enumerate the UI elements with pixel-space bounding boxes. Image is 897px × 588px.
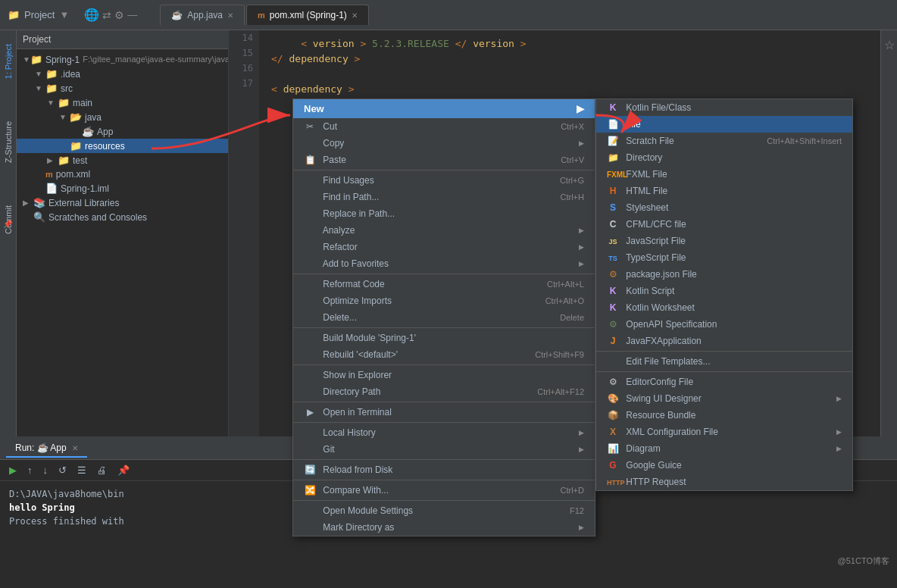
tab-run[interactable]: Run: ☕ App ✕: [6, 439, 87, 458]
menu-item-refactor[interactable]: Refactor: [293, 239, 595, 255]
tab-run-close[interactable]: ✕: [72, 444, 78, 452]
submenu-item-http-request[interactable]: HTTP HTTP Request: [596, 474, 852, 490]
tree-arrow-src: ▼: [35, 84, 45, 92]
tree-item-resources[interactable]: 📁 resources: [17, 139, 228, 153]
submenu-item-openapi[interactable]: ⚙ OpenAPI Specification: [596, 316, 852, 333]
print-btn[interactable]: 🖨: [94, 463, 110, 477]
context-menu-header: New ▶: [293, 99, 595, 118]
menu-item-find-in-path[interactable]: Find in Path... Ctrl+H: [293, 189, 595, 205]
submenu-item-swing-ui[interactable]: 🎨 Swing UI Designer: [596, 390, 852, 407]
submenu-item-scratch[interactable]: 📝 Scratch File Ctrl+Alt+Shift+Insert: [596, 133, 852, 149]
tree-item-app[interactable]: ☕ App: [17, 124, 228, 139]
project-icon: 📁: [8, 9, 20, 20]
submenu-item-html[interactable]: H HTML File: [596, 183, 852, 199]
html-icon: H: [607, 186, 619, 196]
menu-item-open-terminal[interactable]: ▶ Open in Terminal: [293, 404, 595, 421]
submenu-item-kotlin-worksheet[interactable]: K Kotlin Worksheet: [596, 299, 852, 316]
right-sidebar-icon[interactable]: ☆: [884, 30, 895, 52]
submenu-item-js[interactable]: JS JavaScript File: [596, 233, 852, 249]
tab-app-java-close[interactable]: ✕: [227, 11, 233, 20]
submenu-item-stylesheet[interactable]: S Stylesheet: [596, 199, 852, 216]
rerun-btn[interactable]: ↺: [55, 463, 70, 477]
tree-item-java[interactable]: ▼ 📂 java: [17, 110, 228, 124]
scroll-down-btn[interactable]: ↓: [40, 463, 52, 477]
package-json-icon: ⚙: [607, 269, 619, 280]
menu-item-rebuild[interactable]: Rebuild '<default>' Ctrl+Shift+F9: [293, 346, 595, 363]
minimize-icon[interactable]: —: [127, 9, 137, 20]
tab-app-java[interactable]: ☕ App.java ✕: [160, 5, 245, 25]
nav-icon-2[interactable]: ⇄: [102, 9, 111, 21]
watermark: @51CTO博客: [838, 555, 889, 567]
menu-item-local-history[interactable]: Local History: [293, 424, 595, 441]
sidebar-tab-project[interactable]: 1: Project: [2, 38, 14, 85]
tree-item-iml[interactable]: 📄 Spring-1.iml: [17, 181, 228, 195]
tree-item-scratches[interactable]: 🔍 Scratches and Consoles: [17, 210, 228, 224]
submenu-item-xml-config[interactable]: X XML Configuration File: [596, 424, 852, 440]
tab-pom-xml-icon: m: [258, 11, 265, 20]
sidebar-pin-icon[interactable]: 📌: [3, 220, 12, 228]
tree-arrow-idea: ▼: [35, 70, 45, 78]
compare-icon: 🔀: [304, 485, 316, 496]
submenu-item-package-json[interactable]: ⚙ package.json File: [596, 266, 852, 283]
menu-item-add-favorites[interactable]: Add to Favorites: [293, 255, 595, 272]
menu-sep-1: [293, 170, 595, 170]
menu-item-reload[interactable]: 🔄 Reload from Disk: [293, 461, 595, 478]
menu-item-mark-dir[interactable]: Mark Directory as: [293, 519, 595, 536]
scroll-up-btn[interactable]: ↑: [24, 463, 36, 477]
tree-label-src: src: [61, 83, 73, 94]
menu-item-build[interactable]: Build Module 'Spring-1': [293, 330, 595, 346]
swing-ui-icon: 🎨: [607, 393, 619, 404]
run-btn[interactable]: ▶: [6, 463, 20, 477]
menu-item-copy[interactable]: Copy: [293, 135, 595, 152]
tree-item-pom[interactable]: m pom.xml: [17, 167, 228, 181]
submenu-item-ts[interactable]: TS TypeScript File: [596, 249, 852, 266]
menu-item-module-settings[interactable]: Open Module Settings F12: [293, 502, 595, 519]
submenu-item-edit-templates[interactable]: Edit File Templates...: [596, 353, 852, 370]
pin-btn[interactable]: 📌: [114, 463, 133, 477]
submenu-item-javafx[interactable]: J JavaFXApplication: [596, 333, 852, 349]
submenu-item-directory[interactable]: 📁 Directory: [596, 149, 852, 166]
settings-icon[interactable]: ⚙: [114, 9, 124, 21]
submenu-item-fxml[interactable]: FXML FXML File: [596, 166, 852, 183]
submenu-item-resource-bundle[interactable]: 📦 Resource Bundle: [596, 407, 852, 424]
submenu-item-diagram[interactable]: 📊 Diagram: [596, 440, 852, 457]
menu-item-reformat[interactable]: Reformat Code Ctrl+Alt+L: [293, 276, 595, 292]
menu-item-compare[interactable]: 🔀 Compare With... Ctrl+D: [293, 482, 595, 499]
submenu-item-file[interactable]: 📄 File: [596, 116, 852, 133]
submenu-item-kotlin-file[interactable]: K Kotlin File/Class: [596, 99, 852, 116]
menu-item-git[interactable]: Git: [293, 441, 595, 458]
tree-icon-test: 📁: [58, 155, 70, 166]
tree-item-main[interactable]: ▼ 📁 main: [17, 95, 228, 110]
menu-item-cut[interactable]: ✂ Cut Ctrl+X: [293, 118, 595, 135]
submenu-item-kotlin-script[interactable]: K Kotlin Script: [596, 283, 852, 299]
context-menu: New ▶ ✂ Cut Ctrl+X Copy 📋 Paste Ctrl+V F…: [292, 99, 595, 536]
project-dropdown-icon[interactable]: ▼: [59, 9, 69, 20]
title-bar-project: 📁 Project ▼: [8, 9, 69, 20]
submenu-item-google-guice[interactable]: G Google Guice: [596, 457, 852, 474]
menu-item-show-explorer[interactable]: Show in Explorer: [293, 367, 595, 383]
sidebar-tab-structure[interactable]: Z-Structure: [2, 115, 14, 169]
menu-item-replace-in-path[interactable]: Replace in Path...: [293, 205, 595, 222]
tree-icon-src: 📁: [45, 83, 58, 94]
menu-item-find-usages[interactable]: Find Usages Ctrl+G: [293, 172, 595, 189]
tree-item-test[interactable]: ▶ 📁 test: [17, 153, 228, 167]
kotlin-ws-icon: K: [607, 302, 619, 313]
submenu-item-cfml[interactable]: C CFML/CFC file: [596, 216, 852, 233]
tree-item-idea[interactable]: ▼ 📁 .idea: [17, 67, 228, 81]
code-line-14: < version > 5.2.3.RELEASE </ version >: [271, 36, 868, 52]
tree-item-ext-libs[interactable]: ▶ 📚 External Libraries: [17, 195, 228, 210]
menu-item-dir-path[interactable]: Directory Path Ctrl+Alt+F12: [293, 383, 595, 400]
menu-item-optimize[interactable]: Optimize Imports Ctrl+Alt+O: [293, 292, 595, 309]
submenu-item-editorconfig[interactable]: ⚙ EditorConfig File: [596, 374, 852, 390]
layout-btn[interactable]: ☰: [74, 463, 89, 477]
menu-item-paste[interactable]: 📋 Paste Ctrl+V: [293, 152, 595, 168]
tab-pom-xml[interactable]: m pom.xml (Spring-1) ✕: [246, 5, 369, 25]
menu-item-analyze[interactable]: Analyze: [293, 222, 595, 239]
submenu-sep-2: [596, 371, 852, 372]
menu-item-delete[interactable]: Delete... Delete: [293, 309, 595, 326]
nav-icon-1[interactable]: 🌐: [84, 8, 99, 22]
menu-sep-2: [293, 274, 595, 274]
tab-pom-xml-close[interactable]: ✕: [352, 11, 358, 20]
tree-item-src[interactable]: ▼ 📁 src: [17, 81, 228, 95]
tree-item-spring1[interactable]: ▼ 📁 Spring-1 F:\gitee_manage\java-ee-sum…: [17, 52, 228, 67]
